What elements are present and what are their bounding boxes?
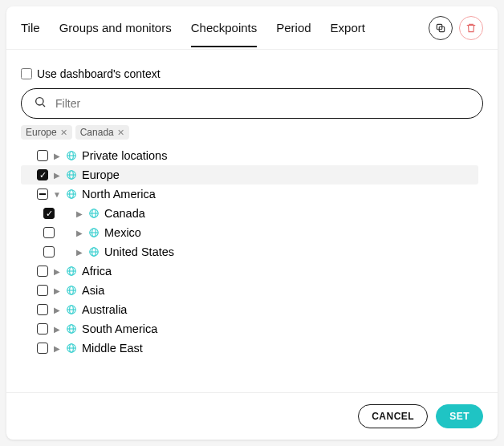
- checkpoint-tree: ▶Private locations▶Europe▼North America▶…: [21, 146, 483, 384]
- tree-checkbox[interactable]: [37, 169, 48, 180]
- chip-label: Canada: [80, 127, 114, 138]
- tree-node-label[interactable]: Asia: [82, 284, 104, 297]
- chip-label: Europe: [26, 127, 57, 138]
- tree-checkbox[interactable]: [43, 227, 55, 238]
- tree-node: ▶Middle East: [21, 339, 478, 358]
- globe-icon: [66, 150, 77, 161]
- tree-node: ▶South America: [21, 319, 478, 339]
- tree-node: ▶Europe: [21, 165, 478, 184]
- tabs-header: TileGroups and monitorsCheckpointsPeriod…: [6, 6, 498, 50]
- delete-button[interactable]: [459, 16, 483, 40]
- tree-node-label[interactable]: Private locations: [82, 149, 167, 162]
- chevron-right-icon[interactable]: ▶: [53, 325, 61, 334]
- duplicate-button[interactable]: [429, 16, 453, 40]
- globe-icon: [66, 266, 77, 277]
- use-context-checkbox[interactable]: [21, 68, 32, 79]
- chevron-right-icon[interactable]: ▶: [53, 267, 61, 276]
- chevron-right-icon[interactable]: ▶: [53, 306, 61, 314]
- globe-icon: [66, 304, 77, 315]
- tree-node: ▶Australia: [21, 300, 478, 319]
- globe-icon: [66, 169, 77, 180]
- tree-checkbox[interactable]: [37, 266, 48, 277]
- tab-export[interactable]: Export: [331, 8, 365, 47]
- tab-checkpoints[interactable]: Checkpoints: [191, 8, 258, 47]
- tree-checkbox[interactable]: [37, 343, 48, 354]
- tree-node-label[interactable]: Africa: [82, 265, 112, 278]
- chevron-right-icon[interactable]: ▶: [75, 248, 83, 257]
- chip-remove-icon[interactable]: ✕: [60, 128, 67, 138]
- tree-checkbox[interactable]: [43, 246, 55, 257]
- globe-icon: [66, 285, 77, 296]
- tree-node-label[interactable]: Middle East: [82, 342, 143, 355]
- globe-icon: [66, 343, 77, 354]
- copy-icon: [435, 22, 446, 34]
- chevron-right-icon[interactable]: ▶: [53, 171, 61, 180]
- tree-checkbox[interactable]: [37, 150, 48, 161]
- tab-tile[interactable]: Tile: [21, 8, 40, 47]
- filter-chip: Canada✕: [75, 125, 129, 140]
- chevron-right-icon[interactable]: ▶: [75, 229, 83, 237]
- tab-period[interactable]: Period: [276, 8, 311, 47]
- set-button[interactable]: SET: [436, 404, 483, 428]
- globe-icon: [88, 246, 100, 257]
- chevron-right-icon[interactable]: ▶: [75, 209, 83, 218]
- filter-chip: Europe✕: [21, 125, 72, 140]
- tree-node: ▼North America: [21, 184, 478, 204]
- tree-checkbox[interactable]: [37, 323, 48, 334]
- use-context-row[interactable]: Use dashboard's context: [21, 67, 483, 80]
- trash-icon: [465, 22, 477, 34]
- tree-node-label[interactable]: Canada: [104, 207, 145, 220]
- tree-checkbox[interactable]: [43, 208, 55, 219]
- filter-input[interactable]: [21, 88, 483, 119]
- chevron-right-icon[interactable]: ▶: [53, 344, 61, 353]
- globe-icon: [66, 323, 77, 334]
- tree-checkbox[interactable]: [37, 304, 48, 315]
- chevron-down-icon[interactable]: ▼: [53, 190, 61, 199]
- tree-node-label[interactable]: Europe: [82, 168, 120, 181]
- filter-wrapper: [21, 88, 483, 119]
- tree-node: ▶Mexico: [21, 223, 478, 242]
- tree-checkbox[interactable]: [37, 285, 48, 296]
- panel-footer: CANCEL SET: [6, 392, 498, 440]
- tab-actions: [429, 16, 483, 40]
- tree-node: ▶Africa: [21, 262, 478, 281]
- tree-node: ▶Canada: [21, 204, 478, 223]
- tree-node: ▶United States: [21, 242, 478, 262]
- tree-checkbox[interactable]: [37, 189, 48, 200]
- panel-body: Use dashboard's context Europe✕Canada✕ ▶…: [6, 50, 498, 392]
- filter-chips: Europe✕Canada✕: [21, 125, 483, 140]
- search-icon: [34, 95, 47, 112]
- svg-point-2: [36, 98, 43, 105]
- tab-groups-and-monitors[interactable]: Groups and monitors: [59, 8, 172, 47]
- tree-node: ▶Private locations: [21, 146, 478, 165]
- chip-remove-icon[interactable]: ✕: [117, 128, 124, 138]
- tree-node-label[interactable]: South America: [82, 322, 157, 335]
- globe-icon: [88, 227, 100, 238]
- cancel-button[interactable]: CANCEL: [358, 404, 428, 428]
- chevron-right-icon[interactable]: ▶: [53, 152, 61, 160]
- tabs: TileGroups and monitorsCheckpointsPeriod…: [21, 8, 429, 47]
- svg-line-3: [43, 104, 45, 107]
- globe-icon: [66, 189, 77, 200]
- globe-icon: [88, 208, 100, 219]
- tree-node: ▶Asia: [21, 281, 478, 300]
- tree-node-label[interactable]: Mexico: [104, 226, 141, 239]
- settings-panel: TileGroups and monitorsCheckpointsPeriod…: [6, 6, 498, 440]
- tree-node-label[interactable]: United States: [104, 245, 174, 258]
- tree-node-label[interactable]: North America: [82, 188, 156, 201]
- use-context-label: Use dashboard's context: [37, 67, 161, 80]
- tree-node-label[interactable]: Australia: [82, 303, 127, 316]
- chevron-right-icon[interactable]: ▶: [53, 286, 61, 295]
